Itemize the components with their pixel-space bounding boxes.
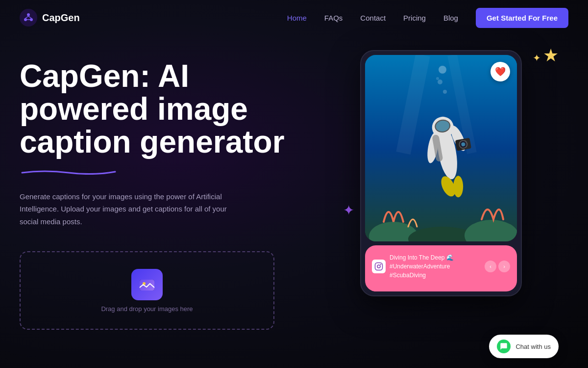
caption-arrows[interactable]: ‹ › (485, 261, 510, 272)
nav-links: Home FAQs Contact Pricing Blog Get Start… (287, 8, 568, 28)
sparkles-decoration: ✦ ★ (533, 45, 559, 66)
nav-contact[interactable]: Contact (360, 14, 386, 22)
svg-point-31 (377, 265, 380, 268)
upload-icon (131, 269, 163, 300)
cta-button[interactable]: Get Started For Free (476, 8, 568, 28)
chat-widget[interactable]: Chat with us (489, 335, 559, 358)
hero-section: CapGen: AI powered image caption generat… (0, 35, 588, 368)
svg-point-32 (380, 264, 381, 265)
prev-caption-btn[interactable]: ‹ (485, 261, 496, 272)
svg-point-14 (436, 77, 439, 80)
svg-point-22 (453, 176, 463, 197)
like-badge: ❤️ (490, 62, 510, 81)
nav-pricing[interactable]: Pricing (403, 14, 426, 22)
sparkle-small: ✦ (533, 52, 541, 64)
nav-blog[interactable]: Blog (443, 14, 458, 22)
navbar: CapGen Home FAQs Contact Pricing Blog Ge… (0, 0, 588, 35)
next-caption-btn[interactable]: › (498, 261, 510, 272)
svg-rect-30 (375, 263, 383, 270)
logo-icon (20, 9, 37, 26)
sparkle-large: ★ (543, 45, 559, 66)
phone-image: ❤️ (365, 55, 517, 241)
caption-card: Diving Into The Deep 🌊 #UnderwaterAdvent… (365, 245, 517, 291)
caption-header: Diving Into The Deep 🌊 #UnderwaterAdvent… (372, 253, 510, 280)
svg-point-13 (443, 90, 447, 94)
chat-icon (497, 340, 511, 353)
hero-underline-svg (20, 169, 118, 175)
phone-mockup: ❤️ (360, 50, 522, 296)
hero-description: Generate captions for your images using … (20, 190, 245, 228)
svg-point-11 (439, 66, 446, 74)
upload-label: Drag and drop your images here (101, 305, 193, 313)
nav-faqs[interactable]: FAQs (324, 14, 343, 22)
logo-link[interactable]: CapGen (20, 9, 80, 26)
svg-point-1 (27, 13, 30, 16)
hero-left: CapGen: AI powered image caption generat… (20, 50, 294, 368)
nav-home[interactable]: Home (287, 14, 307, 22)
svg-point-12 (438, 79, 442, 84)
upload-area[interactable]: Drag and drop your images here (20, 251, 274, 330)
svg-point-0 (20, 9, 37, 26)
caption-text: Diving Into The Deep 🌊 #UnderwaterAdvent… (390, 253, 481, 280)
instagram-icon (372, 260, 386, 273)
hero-title: CapGen: AI powered image caption generat… (20, 60, 294, 159)
logo-text: CapGen (42, 12, 80, 24)
chat-label: Chat with us (515, 343, 551, 350)
decorative-star: ✦ (343, 202, 354, 218)
